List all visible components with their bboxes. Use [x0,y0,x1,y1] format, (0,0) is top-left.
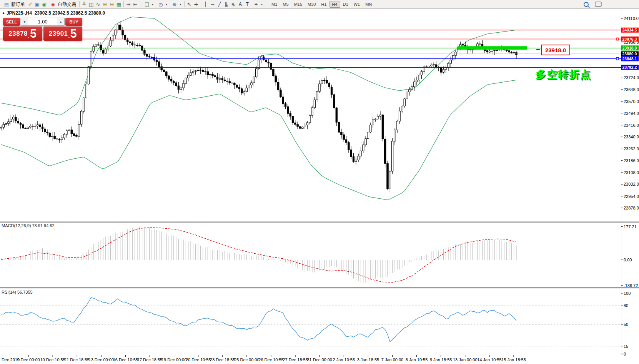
zoom-in-icon[interactable]: ⊕ [102,1,108,8]
autotrading-button[interactable]: ◉ 自动交易 [48,0,78,8]
timeframe-M5[interactable]: M5 [280,1,291,8]
time-axis-tick-label[interactable]: 7 Jan 00:00 [381,357,404,362]
price-axis-tick-label[interactable]: 23416.0 [624,123,639,128]
time-axis-tick-label[interactable]: 19 Dec 00:00 [161,357,186,362]
time-axis-tick-label[interactable]: 17 Dec 18:55 [137,357,162,362]
timeframe-M30[interactable]: M30 [305,1,318,8]
price-axis-tick-label[interactable]: 23494.0 [624,111,639,116]
search-icon[interactable] [584,2,589,7]
rsi-axis-tick-label[interactable]: 0 [624,352,626,356]
macd-axis-tick-label[interactable]: 177.21 [624,224,637,229]
rsi-axis-tick-label[interactable]: 50 [624,322,628,327]
rsi-axis-tick-label[interactable]: 15 [624,344,628,349]
timeframe-H4[interactable]: H4 [329,1,340,8]
cursor-icon[interactable]: ↖ [186,1,193,8]
terminal-icon[interactable]: ▣ [34,1,41,8]
new-order-icon: ▤ [3,1,10,8]
tile-windows-icon[interactable]: ▦ [115,1,122,8]
price-axis-tick-label[interactable]: 23724.0 [624,75,639,80]
price-axis-tick-label[interactable]: 23570.0 [624,99,639,104]
shapes-button[interactable]: ✦ ▾ [251,0,265,8]
fibonacci-tool-icon[interactable]: ≡F [230,1,237,8]
auto-scroll-icon[interactable]: ⇥ [125,1,132,8]
time-axis-tick-label[interactable]: 31 Dec 00:00 [307,357,332,362]
new-order-button[interactable]: ▤ 新订单 [1,0,27,8]
sell-button[interactable]: SELL [3,18,20,26]
chart-annotation-text[interactable]: 多空转折点 [536,68,591,81]
chart-shift-icon[interactable]: ⇤ [132,1,139,8]
price-axis-tick-label[interactable]: 23108.0 [624,170,639,175]
timeframe-H1[interactable]: H1 [318,1,329,8]
macd-pane [1,226,516,283]
buy-price-button[interactable]: 23901 . 5 [43,27,83,41]
channel-tool-icon[interactable]: ∥E [223,1,230,8]
signals-icon[interactable]: ◉ [41,1,48,8]
timeframe-M15[interactable]: M15 [291,1,305,8]
indicators-button[interactable]: ≋ ▾ [169,0,183,8]
time-axis-tick-label[interactable]: 9 Dec 00:00 [17,357,40,362]
timeframe-D1[interactable]: D1 [340,1,351,8]
price-axis-tick-label[interactable]: 22954.0 [624,194,639,199]
candlestick-icon[interactable]: ◫ [88,1,95,8]
label-tool-icon[interactable]: T [244,1,251,8]
time-axis-tick-label[interactable]: 26 Dec 10:55 [258,357,283,362]
time-axis-tick-label[interactable]: 14 Jan 10:55 [477,357,502,362]
sell-price-button[interactable]: 23878 . 5 [3,27,42,41]
new-chart-icon: ❏ [143,1,150,8]
rsi-axis-tick-label[interactable]: 100 [624,291,631,296]
price-axis-tick-label[interactable]: 23340.0 [624,135,639,139]
price-axis-tick-label[interactable]: 24110.0 [624,16,639,21]
time-axis-tick-label[interactable]: 10 Dec 10:55 [40,357,65,362]
time-axis-tick-label[interactable]: 27 Dec 18:55 [283,357,308,362]
price-axis-tick-label[interactable]: 23648.0 [624,87,639,92]
horizontal-line-tool-icon[interactable]: ─ [209,1,216,8]
time-axis-tick-label[interactable]: 20 Dec 10:55 [186,357,211,362]
price-callout-box[interactable]: 23918.0 [541,45,570,55]
vertical-line-tool-icon[interactable]: │ [202,1,209,8]
price-axis-tick-label[interactable]: 23262.0 [624,146,639,151]
timeframe-group: M1M5M15M30H1H4D1W1MN [269,1,374,8]
price-callout-tick [536,49,540,50]
time-axis-tick-label[interactable]: 3 Jan 18:55 [357,357,379,362]
macd-axis-tick-label[interactable]: 0.00 [624,258,632,262]
time-axis-tick-label[interactable]: 15 Jan 18:55 [501,357,526,362]
toolbar-separator [266,1,266,7]
volume-decrease-button[interactable]: ▼ [21,18,28,25]
price-axis-tick-label[interactable]: 23956.0 [624,40,639,45]
time-axis-tick-label[interactable]: 13 Dec 00:00 [89,357,114,362]
rsi-axis-tick-label[interactable]: 80 [624,303,628,308]
pane-divider-rsi[interactable] [0,287,639,289]
timeframe-MN[interactable]: MN [363,1,374,8]
pane-divider-macd[interactable] [0,221,639,223]
volume-increase-button[interactable]: ▲ [57,18,64,25]
buy-button[interactable]: BUY [65,18,82,26]
zoom-out-icon[interactable]: ⊖ [108,1,115,8]
timeframe-W1[interactable]: W1 [351,1,363,8]
price-axis-tick-label[interactable]: 23186.0 [624,158,639,163]
bar-chart-icon[interactable]: ╨ [81,1,88,8]
price-axis-tick-label[interactable]: 23032.0 [624,182,639,186]
period-button[interactable]: ◷ ▾ [155,0,169,8]
palette-icon[interactable]: ✐ [27,1,34,8]
chat-icon[interactable] [595,2,602,7]
crosshair-icon[interactable]: ✛ [193,1,200,8]
timeframe-M1[interactable]: M1 [269,1,280,8]
time-axis-tick-label[interactable]: 8 Jan 10:55 [406,357,428,362]
hline-handle[interactable] [616,58,619,60]
time-axis-tick-label[interactable]: 2 Jan 10:55 [333,357,355,362]
time-axis-tick-label[interactable]: 25 Dec 00:00 [234,357,259,362]
hline-handle[interactable] [616,38,619,40]
time-axis-tick-label[interactable]: 23 Dec 18:55 [210,357,235,362]
time-axis-tick-label[interactable]: 13 Jan 00:00 [453,357,478,362]
collapse-arrow-icon[interactable]: ▲ [2,11,5,15]
price-axis-tick-label[interactable]: 22878.0 [624,206,639,210]
volume-value[interactable]: 1.00 [28,19,57,25]
time-axis-tick-label[interactable]: 16 Dec 10:55 [113,357,138,362]
trendline-tool-icon[interactable]: ╱ [216,1,223,8]
line-chart-icon[interactable]: ∿ [95,1,102,8]
time-axis-tick-label[interactable]: 9 Jan 18:55 [430,357,452,362]
new-chart-button[interactable]: ❏ ▾ [141,0,155,8]
time-axis-tick-label[interactable]: 11 Dec 18:55 [65,357,90,362]
text-tool-icon[interactable]: A [237,1,244,8]
svg-text:23918.0: 23918.0 [622,46,637,50]
